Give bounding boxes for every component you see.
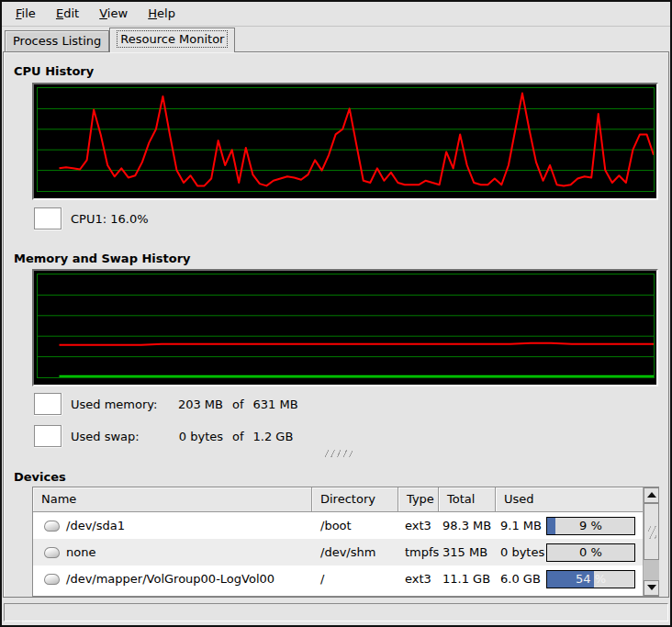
memory-used-value: 203 MB xyxy=(166,397,223,411)
tab-process-listing[interactable]: Process Listing xyxy=(5,30,109,51)
memory-swap-graph xyxy=(32,269,658,386)
device-name: /dev/mapper/VolGroup00-LogVol00 xyxy=(66,572,274,586)
device-total: 98.3 MB xyxy=(439,519,496,532)
memory-total-value: 631 MB xyxy=(253,397,298,411)
column-header-type[interactable]: Type xyxy=(398,487,439,512)
device-type: ext3 xyxy=(398,572,439,586)
memory-of-word: of xyxy=(232,397,244,411)
arrow-down-icon xyxy=(647,585,656,590)
cpu-legend: CPU1: 16.0% xyxy=(34,207,149,230)
tab-label: Process Listing xyxy=(13,34,101,48)
device-directory: /boot xyxy=(312,519,398,532)
tabstrip: Process Listing Resource Monitor xyxy=(2,28,670,52)
column-header-name[interactable]: Name xyxy=(33,487,312,512)
arrow-up-icon xyxy=(647,492,656,498)
swap-legend-label: Used swap: xyxy=(71,430,166,443)
device-row-none[interactable]: none /dev/shm tmpfs 315 MB 0 bytes 0 % xyxy=(33,539,643,565)
usage-progress-bar: 0 % xyxy=(546,543,635,562)
tab-label: Resource Monitor xyxy=(118,31,227,47)
memory-graph-plot-area xyxy=(37,274,655,378)
resource-monitor-page: CPU History CPU1: 16.0% Memory and Swap … xyxy=(3,51,669,598)
usage-percent-label: 54 % xyxy=(547,571,634,588)
devices-scrollbar[interactable] xyxy=(643,487,658,596)
usage-percent-label: 9 % xyxy=(547,518,634,534)
statusbar xyxy=(4,603,668,621)
scrollbar-grip-icon xyxy=(648,526,656,539)
usage-percent-label: 0 % xyxy=(547,544,634,561)
column-header-total[interactable]: Total xyxy=(439,487,496,512)
menu-view[interactable]: View xyxy=(91,2,136,26)
scrollbar-track[interactable] xyxy=(644,560,659,580)
device-directory: / xyxy=(312,572,398,586)
devices-table: Name Directory Type Total Used /dev/sda1… xyxy=(32,487,659,597)
device-directory: /dev/shm xyxy=(312,545,398,559)
menu-help[interactable]: Help xyxy=(140,2,184,26)
usage-progress-bar: 9 % xyxy=(546,517,635,535)
scroll-up-button[interactable] xyxy=(644,487,659,503)
device-type: tmpfs xyxy=(398,545,439,559)
memory-legend-swatch-frame xyxy=(34,393,62,415)
memory-legend-label: Used memory: xyxy=(71,397,166,411)
memory-graph-svg xyxy=(38,274,654,377)
scroll-down-button[interactable] xyxy=(644,580,659,596)
drive-icon xyxy=(44,574,60,585)
swap-legend-swatch-frame xyxy=(34,425,62,447)
devices-title: Devices xyxy=(14,470,66,484)
device-row-mapper[interactable]: /dev/mapper/VolGroup00-LogVol00 / ext3 1… xyxy=(33,565,643,592)
device-used: 9.1 MB xyxy=(500,519,542,532)
column-header-used[interactable]: Used xyxy=(496,487,643,512)
swap-of-word: of xyxy=(232,430,244,443)
memory-legend-row: Used memory: 203 MB of 631 MB xyxy=(34,392,298,416)
memory-swap-title: Memory and Swap History xyxy=(14,252,191,265)
swap-total-value: 1.2 GB xyxy=(253,430,294,443)
device-used: 6.0 GB xyxy=(500,572,541,586)
column-header-directory[interactable]: Directory xyxy=(312,487,398,512)
cpu-graph-svg xyxy=(38,88,654,191)
device-name: none xyxy=(66,545,95,559)
device-name: /dev/sda1 xyxy=(66,519,125,532)
device-type: ext3 xyxy=(398,519,439,532)
pane-resize-handle[interactable] xyxy=(325,450,353,457)
drive-icon xyxy=(44,547,60,558)
device-used: 0 bytes xyxy=(500,545,544,559)
cpu-history-graph xyxy=(32,83,658,200)
swap-used-value: 0 bytes xyxy=(166,430,223,443)
cpu-legend-swatch-frame xyxy=(34,207,62,230)
device-row-sda1[interactable]: /dev/sda1 /boot ext3 98.3 MB 9.1 MB 9 % xyxy=(33,512,643,539)
cpu-graph-plot-area xyxy=(37,87,655,192)
cpu-history-title: CPU History xyxy=(14,64,94,78)
devices-table-header: Name Directory Type Total Used xyxy=(33,487,658,512)
drive-icon xyxy=(44,521,60,532)
menu-file[interactable]: File xyxy=(7,2,44,26)
scrollbar-thumb[interactable] xyxy=(644,503,659,560)
system-monitor-window: File Edit View Help Process Listing Reso… xyxy=(0,0,672,627)
swap-legend-row: Used swap: 0 bytes of 1.2 GB xyxy=(34,424,293,448)
tab-resource-monitor[interactable]: Resource Monitor xyxy=(109,28,235,52)
menubar: File Edit View Help xyxy=(2,2,670,27)
usage-progress-bar: 54 % xyxy=(546,570,635,588)
device-total: 315 MB xyxy=(439,545,496,559)
menu-edit[interactable]: Edit xyxy=(48,2,87,26)
device-total: 11.1 GB xyxy=(439,572,496,586)
cpu-legend-label: CPU1: 16.0% xyxy=(71,212,149,226)
